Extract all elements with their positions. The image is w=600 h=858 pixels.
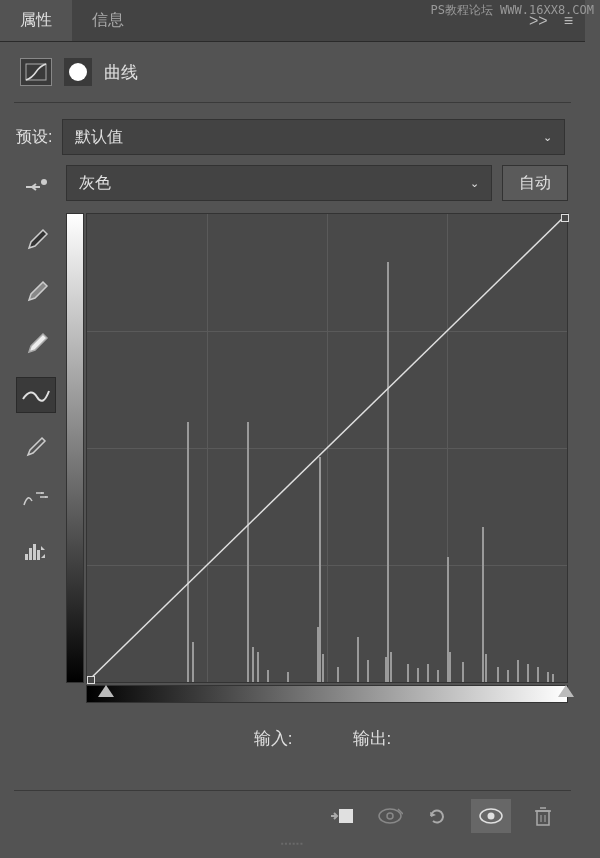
gray-point-eyedropper[interactable] bbox=[16, 273, 56, 309]
channel-select[interactable]: 灰色 ⌄ bbox=[66, 165, 492, 201]
curve-point-black[interactable] bbox=[87, 676, 95, 684]
tab-properties[interactable]: 属性 bbox=[0, 0, 72, 41]
svg-rect-2 bbox=[25, 554, 28, 560]
white-slider[interactable] bbox=[558, 685, 574, 697]
vertical-gradient bbox=[66, 213, 84, 683]
target-adjust-tool[interactable] bbox=[16, 169, 56, 205]
pencil-curve-tool[interactable] bbox=[16, 429, 56, 465]
svg-point-1 bbox=[41, 179, 47, 185]
preset-label: 预设: bbox=[16, 127, 52, 148]
tool-column bbox=[16, 165, 56, 703]
curves-graph[interactable] bbox=[86, 213, 568, 683]
svg-point-9 bbox=[387, 813, 393, 819]
black-point-eyedropper[interactable] bbox=[16, 221, 56, 257]
svg-rect-5 bbox=[37, 550, 40, 560]
output-label: 输出: bbox=[353, 727, 392, 750]
preset-select[interactable]: 默认值 ⌄ bbox=[62, 119, 565, 155]
svg-line-6 bbox=[87, 214, 567, 682]
chevron-down-icon: ⌄ bbox=[543, 131, 552, 144]
svg-point-12 bbox=[488, 812, 495, 819]
adjustment-title: 曲线 bbox=[104, 61, 138, 84]
resize-grip[interactable]: ▪▪▪▪▪▪ bbox=[281, 839, 304, 848]
point-curve-tool[interactable] bbox=[16, 377, 56, 413]
reset-button[interactable] bbox=[425, 804, 449, 828]
smooth-curve-tool[interactable] bbox=[16, 481, 56, 517]
preset-row: 预设: 默认值 ⌄ bbox=[0, 107, 585, 165]
properties-panel: 属性 信息 >> ≡ 曲线 预设: 默认值 ⌄ bbox=[0, 0, 585, 850]
chevron-down-icon: ⌄ bbox=[470, 177, 479, 190]
bottom-bar bbox=[14, 790, 571, 840]
svg-point-8 bbox=[379, 809, 401, 823]
svg-rect-7 bbox=[339, 809, 353, 823]
svg-rect-13 bbox=[537, 811, 549, 825]
channel-value: 灰色 bbox=[79, 173, 111, 194]
toggle-visibility-button[interactable] bbox=[471, 799, 511, 833]
svg-rect-4 bbox=[33, 544, 36, 560]
clip-histogram-tool[interactable] bbox=[16, 533, 56, 569]
divider bbox=[14, 102, 571, 103]
preset-value: 默认值 bbox=[75, 127, 123, 148]
auto-button[interactable]: 自动 bbox=[502, 165, 568, 201]
delete-button[interactable] bbox=[533, 805, 553, 827]
watermark-text: PS教程论坛 WWW.16XX8.COM bbox=[430, 2, 594, 19]
black-slider[interactable] bbox=[98, 685, 114, 697]
clip-to-layer-button[interactable] bbox=[327, 805, 355, 827]
view-previous-button[interactable] bbox=[377, 807, 403, 825]
layer-mask-icon[interactable] bbox=[64, 58, 92, 86]
curve-point-white[interactable] bbox=[561, 214, 569, 222]
curves-adjustment-icon[interactable] bbox=[20, 58, 52, 86]
input-output-row: 输入: 输出: bbox=[0, 703, 585, 786]
input-label: 输入: bbox=[254, 727, 293, 750]
adjustment-header: 曲线 bbox=[0, 42, 585, 98]
horizontal-gradient bbox=[86, 685, 568, 703]
tab-info[interactable]: 信息 bbox=[72, 0, 144, 41]
svg-rect-3 bbox=[29, 548, 32, 560]
curve-line bbox=[87, 214, 567, 682]
white-point-eyedropper[interactable] bbox=[16, 325, 56, 361]
curves-graph-container bbox=[66, 213, 568, 683]
